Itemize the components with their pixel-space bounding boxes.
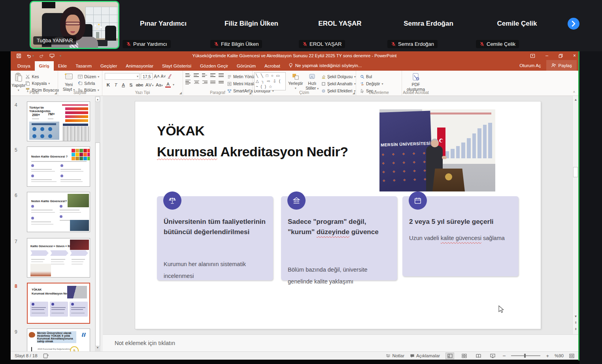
participant-tile[interactable]: Cemile Çelik Cemile Çelik [473,0,561,51]
scroll-down-arrow[interactable]: ▼ [573,314,579,319]
close-button[interactable]: × [573,53,576,58]
thumbnail-scrollbar[interactable]: ▲ ▼ [95,96,100,351]
font-color-button[interactable]: A [165,82,171,88]
tab-tasarim[interactable]: Tasarım [71,61,96,71]
bullets-button[interactable] [185,73,191,77]
dialog-launcher[interactable]: ◢ [353,91,355,95]
slide-thumbnail-6[interactable]: Neden Kalite Güvencesi? [27,192,90,232]
italic-button[interactable]: T [113,83,119,87]
align-right-button[interactable] [202,81,208,84]
title-bar[interactable]: Yükseköğretimde Kalite Güvencesi ve Akre… [11,51,578,60]
video-tile-tugba[interactable]: Tuğba YANPAR [30,1,119,49]
slide-thumbnail-5[interactable]: Neden Kalite Güvencesi ? [27,146,90,187]
layout-button[interactable]: Düzen▾ [78,73,99,80]
participant-tile[interactable]: Filiz Bilgin Ülken Filiz Bilgin Ülken [207,0,296,51]
notes-pane[interactable]: Not eklemek için tıklatın [103,334,578,351]
find-button[interactable]: Bul [360,73,402,80]
previous-slide-button[interactable]: ⇞ [573,320,579,326]
participant-tile[interactable]: Pınar Yardımcı Pınar Yardımcı [119,0,207,51]
tab-giris[interactable]: Giriş [35,61,54,71]
zoom-slider-thumb[interactable] [524,354,526,358]
collapse-ribbon-button[interactable]: ˄ [573,90,575,94]
tab-slayt-gosterisi[interactable]: Slayt Gösterisi [158,61,196,71]
slide-title[interactable]: YÖKAK Kurumsal Akreditasyon Nedir? [157,120,348,162]
slideshow-view-button[interactable] [488,353,497,359]
pdf-create-button[interactable]: PDFoluşturma [402,71,430,92]
redo-icon[interactable] [39,53,44,58]
sign-in-button[interactable]: Oturum Aç [514,63,546,68]
font-size-box[interactable]: 17,5 [141,73,153,80]
tab-ekle[interactable]: Ekle [54,61,71,71]
scrollbar-thumb[interactable] [573,167,578,177]
reset-button[interactable]: Sıfırla [78,80,99,86]
shapes-gallery[interactable]: ╲ ╲ □ ○ ▭ △ ┐ ⇨ ⇩ ( ~ ( ) ☆ [254,72,286,90]
paste-button[interactable]: Yapıştır▾ [11,71,25,93]
font-name-box[interactable]: ▾ [105,73,140,80]
undo-button[interactable]: ▾ [26,53,34,58]
tab-gorunum[interactable]: Görünüm [232,61,260,71]
card-institution-level[interactable]: Sadece "program" değil, "kurum" düzeyind… [281,196,397,280]
normal-view-button[interactable] [445,353,454,359]
slide-editor[interactable]: YÖKAK Kurumsal Akreditasyon Nedir? MERSİ… [135,101,541,329]
indent-increase-button[interactable] [210,73,216,77]
new-slide-button[interactable]: Yeni Slayt ▾ [60,71,78,93]
card-validity-period[interactable]: 2 veya 5 yıl süreyle geçerli Uzun vadeli… [402,196,519,276]
zoom-in-button[interactable]: + [546,353,549,359]
scroll-up-arrow[interactable]: ▲ [573,97,579,103]
shape-outline-button[interactable]: Şekil Anahattı▾ [321,81,356,87]
change-case-button[interactable]: Aa▾ [155,83,163,87]
dialog-launcher[interactable]: ◢ [55,91,57,95]
share-button[interactable]: Paylaş [546,60,577,71]
reading-view-button[interactable] [474,353,483,359]
slide-thumbnail-4[interactable]: Türkiye'de Yükseköğretim 200+ 7M+ [27,101,90,141]
next-slide-button[interactable]: ⇟ [573,326,579,332]
dialog-launcher[interactable]: ◢ [249,91,251,95]
align-center-button[interactable] [194,81,199,84]
ribbon-display-options-icon[interactable] [530,54,535,58]
indent-decrease-button[interactable] [202,73,208,77]
fit-to-window-icon[interactable] [569,354,574,358]
cut-button[interactable]: Kes [25,73,59,80]
copy-button[interactable]: Kopyala▾ [25,80,59,86]
minimize-button[interactable]: – [545,53,548,58]
align-left-button[interactable] [185,80,191,84]
slide-scrollbar[interactable]: ▲ ▼ ⇞ ⇟ [572,96,578,334]
line-spacing-button[interactable] [219,73,224,77]
strikethrough-button[interactable]: abc [136,83,143,87]
slide-thumbnail-8-selected[interactable]: YÖKAK Kurumsal Akreditasyon Nedir? [27,283,90,324]
scrollbar-thumb[interactable] [95,143,100,346]
grow-font-button[interactable]: A˄ [154,74,159,79]
start-slideshow-icon[interactable] [49,53,55,58]
numbering-button[interactable] [194,73,199,77]
scroll-up-arrow[interactable]: ▲ [95,97,100,102]
participant-tile[interactable]: Semra Erdoğan Semra Erdoğan [384,0,473,51]
replace-button[interactable]: Değiştir▾ [360,81,402,87]
slide-photo[interactable]: MERSİN ÜNİVERSİTESİ [379,109,495,191]
tab-dosya[interactable]: Dosya [13,61,35,71]
display-settings-icon[interactable] [43,353,49,358]
zoom-slider[interactable] [511,353,540,358]
dialog-launcher[interactable]: ◢ [179,91,182,95]
customize-qat-dropdown[interactable]: ▾ [60,54,61,58]
scroll-down-arrow[interactable]: ▼ [95,345,100,351]
tab-acrobat[interactable]: Acrobat [260,61,285,71]
tell-me-box[interactable]: Ne yapmak istediğinizi söyleyin... [285,60,366,71]
underline-button[interactable]: A [121,83,126,87]
tab-animasyonlar[interactable]: Animasyonlar [121,61,158,71]
columns-button[interactable] [219,81,224,83]
card-holistic-evaluation[interactable]: Üniversitenin tüm faaliyetlerinin bütünc… [157,196,273,280]
tab-gozden-gecir[interactable]: Gözden Geçir [196,61,232,71]
zoom-out-button[interactable]: − [502,353,506,359]
slide-thumbnail-7[interactable]: Kalite Güvencesi = Güven + İtibar [27,238,90,278]
shape-fill-button[interactable]: Şekil Dolgusu▾ [321,73,356,80]
justify-button[interactable] [210,81,216,84]
comments-toggle[interactable]: Açıklamalar [410,353,440,358]
next-participants-button[interactable] [568,18,579,30]
notes-toggle[interactable]: Notlar [386,353,404,358]
clear-formatting-icon[interactable] [167,74,172,79]
save-icon[interactable] [16,53,21,58]
participant-tile[interactable]: EROL YAŞAR EROL YAŞAR [296,0,384,51]
character-spacing-button[interactable]: AV▾ [145,83,153,87]
restore-button[interactable] [559,54,563,58]
slide-sorter-view-button[interactable] [460,353,468,359]
